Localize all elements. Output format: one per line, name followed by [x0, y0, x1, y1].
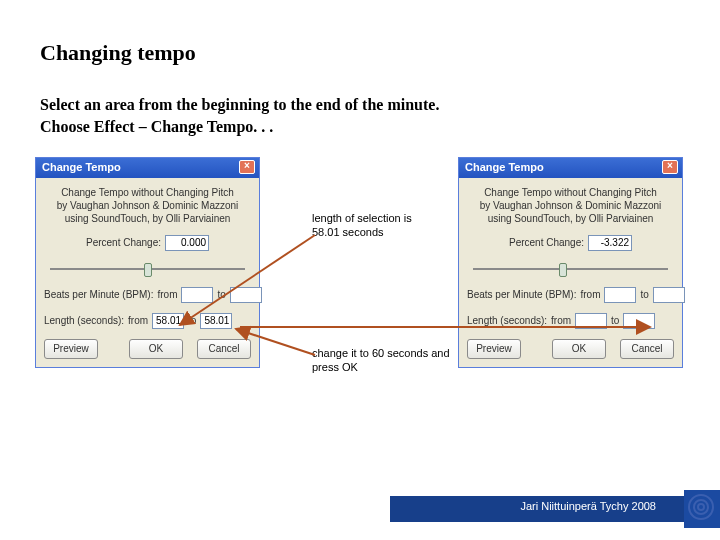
length-from-input[interactable]	[575, 313, 607, 329]
tempo-slider[interactable]	[473, 261, 668, 277]
length-from-input[interactable]	[152, 313, 184, 329]
annotation-change-to-60: change it to 60 seconds and press OK	[312, 347, 462, 375]
tempo-slider[interactable]	[50, 261, 245, 277]
percent-change-input[interactable]	[588, 235, 632, 251]
bpm-from-input[interactable]	[604, 287, 636, 303]
subtitle: Select an area from the beginning to the…	[40, 94, 680, 139]
length-to-input[interactable]	[200, 313, 232, 329]
length-label: Length (seconds):	[44, 315, 124, 326]
length-to-input[interactable]	[623, 313, 655, 329]
slide-footer: Jari Niittuinperä Tychy 2008	[0, 496, 720, 522]
cancel-button[interactable]: Cancel	[197, 339, 251, 359]
footer-emblem-icon	[688, 494, 714, 520]
bpm-from-input[interactable]	[181, 287, 213, 303]
preview-button[interactable]: Preview	[467, 339, 521, 359]
subtitle-line-2: Choose Effect – Change Tempo. . .	[40, 118, 273, 135]
dialog-titlebar: Change Tempo ×	[36, 158, 259, 178]
footer-credit: Jari Niittuinperä Tychy 2008	[520, 500, 656, 512]
dialog-title: Change Tempo	[42, 161, 121, 173]
preview-button[interactable]: Preview	[44, 339, 98, 359]
dialog-titlebar: Change Tempo ×	[459, 158, 682, 178]
change-tempo-dialog-after: Change Tempo × Change Tempo without Chan…	[458, 157, 683, 368]
dialogs-area: Change Tempo × Change Tempo without Chan…	[40, 157, 680, 407]
bpm-to-input[interactable]	[653, 287, 685, 303]
page-title: Changing tempo	[40, 40, 680, 66]
percent-change-input[interactable]	[165, 235, 209, 251]
dialog-title: Change Tempo	[465, 161, 544, 173]
cancel-button[interactable]: Cancel	[620, 339, 674, 359]
slider-thumb[interactable]	[559, 263, 567, 277]
bpm-label: Beats per Minute (BPM):	[467, 289, 576, 300]
dialog-heading: Change Tempo without Changing Pitch by V…	[44, 186, 251, 225]
ok-button[interactable]: OK	[552, 339, 606, 359]
bpm-to-input[interactable]	[230, 287, 262, 303]
change-tempo-dialog-before: Change Tempo × Change Tempo without Chan…	[35, 157, 260, 368]
close-icon[interactable]: ×	[239, 160, 255, 174]
percent-change-label: Percent Change:	[509, 237, 584, 248]
annotation-selection-length: length of selection is 58.01 seconds	[312, 212, 442, 240]
percent-change-label: Percent Change:	[86, 237, 161, 248]
subtitle-line-1: Select an area from the beginning to the…	[40, 96, 439, 113]
slider-thumb[interactable]	[144, 263, 152, 277]
ok-button[interactable]: OK	[129, 339, 183, 359]
bpm-label: Beats per Minute (BPM):	[44, 289, 153, 300]
dialog-heading: Change Tempo without Changing Pitch by V…	[467, 186, 674, 225]
length-label: Length (seconds):	[467, 315, 547, 326]
close-icon[interactable]: ×	[662, 160, 678, 174]
